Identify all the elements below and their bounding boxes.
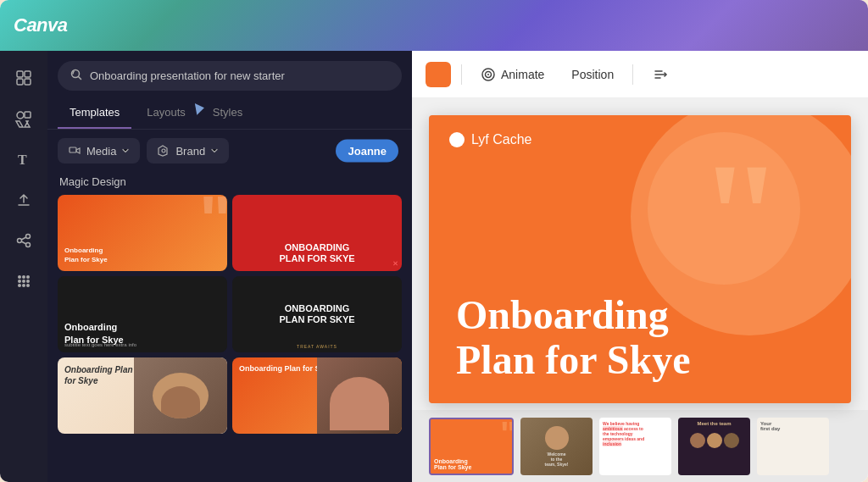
canvas-area: " Lyf Cache Onboarding Plan for Skye [412, 98, 868, 482]
main-content: T [0, 51, 868, 482]
sidebar-icon-apps[interactable] [7, 264, 41, 298]
svg-text:T: T [18, 152, 27, 167]
left-panel: Onboarding presentation for new starter … [47, 51, 412, 482]
tab-templates[interactable]: Templates [58, 97, 131, 129]
search-input[interactable]: Onboarding presentation for new starter [90, 69, 390, 82]
filter-row: Media Brand Joanne [47, 130, 412, 172]
search-icon [70, 68, 83, 84]
svg-point-7 [18, 239, 22, 243]
right-area: Animate Position [412, 51, 868, 482]
color-swatch[interactable] [426, 62, 451, 87]
slide-title: Onboarding Plan for Skye [456, 293, 824, 383]
thumbnail-5[interactable]: Yourfirst day [757, 418, 829, 475]
sidebar-icon-grid[interactable] [7, 61, 41, 95]
media-filter-btn[interactable]: Media [58, 138, 140, 163]
thumbnail-3-content: We believe havingambitious access tothe … [599, 418, 671, 450]
svg-point-18 [26, 284, 30, 287]
app-container: Canva T [0, 0, 868, 482]
icon-sidebar: T [0, 51, 47, 482]
joanne-tooltip: Joanne [336, 140, 398, 163]
template-card[interactable]: " Onboarding Plan for Skye [58, 195, 227, 271]
sidebar-icon-text[interactable]: T [7, 142, 41, 176]
tab-layouts[interactable]: Layouts [135, 97, 198, 129]
thumbnail-2[interactable]: Welcometo theteam, Skye! [520, 418, 593, 475]
thumbnail-1[interactable]: " OnboardingPlan for Skye [429, 418, 514, 475]
toolbar-divider [461, 64, 462, 85]
template-text: ONBOARDING PLAN FOR SKYE [232, 303, 402, 325]
thumbnail-5-content: Yourfirst day [757, 418, 829, 435]
template-card[interactable]: ONBOARDING PLAN FOR SKYE ✕ [232, 195, 402, 271]
svg-point-11 [22, 275, 25, 279]
slide-logo-area: Lyf Cache [449, 132, 531, 147]
thumbnail-4[interactable]: Meet the team [678, 418, 750, 475]
thumbnail-4-content: Meet the team [678, 418, 750, 452]
svg-point-4 [17, 112, 24, 119]
brand-filter-btn[interactable]: Brand [147, 138, 229, 163]
toolbar-divider-2 [632, 64, 633, 85]
svg-rect-5 [25, 112, 31, 118]
svg-point-12 [26, 275, 30, 279]
svg-rect-3 [25, 79, 31, 85]
template-grid: " Onboarding Plan for Skye ONBOARDING PL… [47, 195, 412, 434]
svg-point-21 [162, 149, 165, 152]
slide-canvas[interactable]: " Lyf Cache Onboarding Plan for Skye [429, 115, 851, 403]
thumbnail-strip: " OnboardingPlan for Skye Welcometo thet… [412, 410, 868, 482]
tabs-container: Templates Layouts Styles [47, 97, 412, 130]
svg-point-16 [18, 284, 21, 287]
search-bar[interactable]: Onboarding presentation for new starter [58, 61, 402, 91]
template-text: Onboarding Plan for Skye [64, 247, 108, 264]
svg-point-17 [22, 284, 25, 287]
decorative-quote: " [199, 195, 227, 254]
sidebar-icon-elements[interactable] [7, 102, 41, 136]
canva-logo: Canva [14, 14, 68, 36]
template-card[interactable]: Onboarding Plan for Skye [232, 357, 402, 434]
svg-point-9 [26, 243, 31, 247]
svg-rect-1 [25, 71, 31, 77]
thumbnail-3[interactable]: We believe havingambitious access tothe … [599, 418, 671, 475]
slide-logo-text: Lyf Cache [471, 132, 531, 147]
animate-button[interactable]: Animate [472, 62, 553, 87]
position-button[interactable]: Position [563, 63, 622, 86]
svg-rect-20 [70, 147, 76, 152]
thumbnail-photo: Welcometo theteam, Skye! [520, 418, 593, 475]
format-button[interactable] [643, 61, 677, 88]
svg-point-13 [18, 280, 21, 283]
right-toolbar: Animate Position [412, 51, 868, 98]
top-bar: Canva [0, 0, 868, 51]
svg-point-8 [26, 235, 31, 239]
sidebar-icon-share[interactable] [7, 224, 41, 258]
svg-point-14 [22, 280, 25, 283]
photo-area [134, 357, 227, 434]
slide-logo-dot [449, 132, 465, 147]
sidebar-icon-upload[interactable] [7, 183, 41, 217]
template-card[interactable]: Onboarding Plan for Skye subtitle text g… [58, 276, 227, 352]
template-text: ONBOARDING PLAN FOR SKYE [239, 242, 395, 264]
svg-point-15 [26, 280, 30, 283]
section-label: Magic Design [47, 172, 412, 195]
svg-rect-0 [17, 71, 23, 77]
search-bar-container: Onboarding presentation for new starter [47, 51, 412, 97]
template-subtext: subtitle text goes here extra info [64, 342, 220, 349]
svg-point-10 [18, 275, 21, 279]
svg-rect-2 [17, 79, 23, 85]
template-card[interactable]: Onboarding Planfor Skye [58, 357, 227, 434]
tab-styles[interactable]: Styles [201, 97, 254, 129]
slide-quote-mark: " [698, 141, 783, 293]
template-card[interactable]: ONBOARDING PLAN FOR SKYE TREAT AWAITS [232, 276, 402, 352]
svg-point-24 [487, 74, 489, 75]
photo-area-2 [317, 357, 402, 434]
